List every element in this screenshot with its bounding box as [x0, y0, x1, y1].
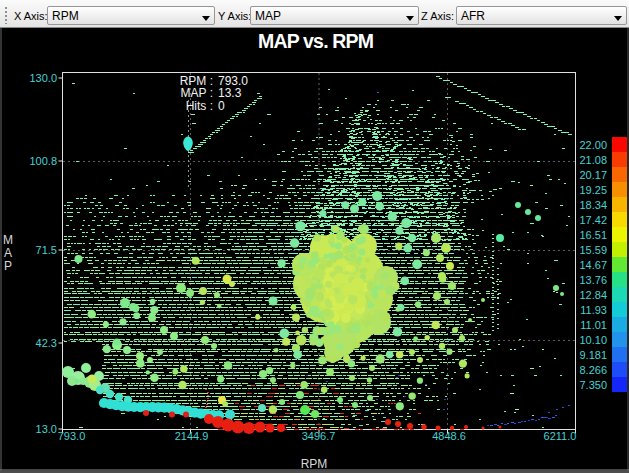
svg-text:130.0: 130.0 [29, 72, 57, 84]
svg-text:71.5: 71.5 [36, 244, 57, 256]
svg-text:16.51: 16.51 [579, 229, 607, 241]
svg-text:14.67: 14.67 [579, 259, 607, 271]
svg-text:13.0: 13.0 [36, 423, 57, 435]
svg-text:20.17: 20.17 [579, 169, 607, 181]
svg-text:0: 0 [218, 99, 225, 113]
svg-text:12.84: 12.84 [579, 289, 607, 301]
svg-text:21.08: 21.08 [579, 154, 607, 166]
svg-text:100.8: 100.8 [29, 155, 57, 167]
svg-text:18.34: 18.34 [579, 199, 607, 211]
svg-text:11.01: 11.01 [580, 319, 607, 331]
svg-text:P: P [4, 259, 12, 273]
svg-text:13.76: 13.76 [579, 274, 607, 286]
svg-text:A: A [4, 246, 12, 260]
svg-text:3496.7: 3496.7 [302, 430, 336, 442]
svg-text:11.93: 11.93 [580, 304, 607, 316]
svg-text:2144.9: 2144.9 [175, 430, 209, 442]
svg-text:7.350: 7.350 [579, 379, 607, 391]
svg-text:17.42: 17.42 [579, 214, 607, 226]
svg-text:4848.6: 4848.6 [432, 430, 466, 442]
svg-text:6211.0: 6211.0 [544, 430, 577, 442]
svg-text:15.59: 15.59 [579, 244, 607, 256]
svg-text:8.266: 8.266 [579, 364, 607, 376]
svg-text:M: M [3, 233, 13, 247]
svg-text:22.00: 22.00 [579, 139, 607, 151]
svg-text:42.3: 42.3 [36, 337, 57, 349]
svg-text:10.10: 10.10 [579, 334, 607, 346]
svg-text:RPM: RPM [301, 457, 328, 471]
svg-text:793.0: 793.0 [58, 430, 86, 442]
svg-text:MAP vs. RPM: MAP vs. RPM [258, 30, 374, 52]
svg-text:9.181: 9.181 [579, 349, 607, 361]
svg-text:19.25: 19.25 [579, 184, 607, 196]
svg-text:Hits :: Hits : [186, 99, 213, 113]
